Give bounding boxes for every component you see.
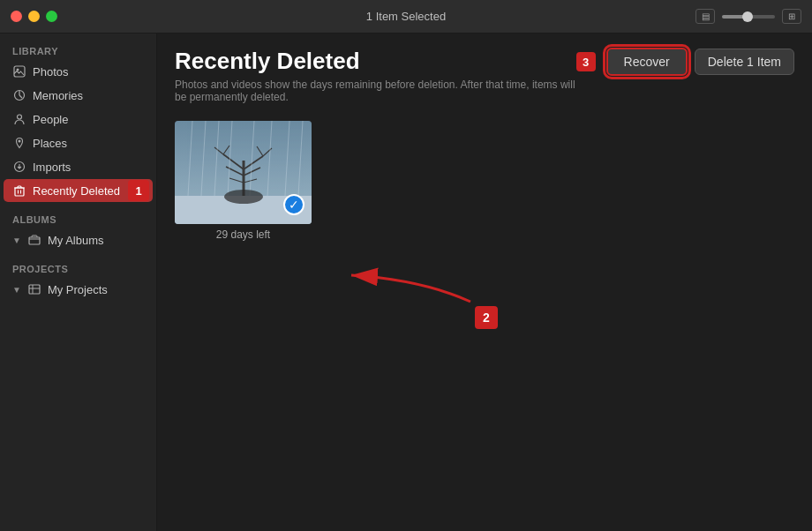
my-projects-collapse-icon: ▼	[12, 285, 21, 295]
titlebar-right-controls: ▤ ⊞	[695, 9, 801, 24]
delete-button[interactable]: Delete 1 Item	[695, 49, 794, 75]
places-icon	[12, 136, 26, 150]
page-title: Recently Deleted	[175, 48, 576, 75]
svg-point-4	[19, 140, 21, 143]
sidebar-item-my-projects[interactable]: ▼ My Projects	[4, 278, 153, 301]
my-projects-label: My Projects	[48, 283, 108, 296]
people-icon	[12, 112, 26, 126]
people-label: People	[33, 113, 68, 126]
sidebar-item-people[interactable]: People	[4, 108, 153, 131]
minimize-button[interactable]	[28, 11, 40, 22]
sidebar-item-my-albums[interactable]: ▼ My Albums	[4, 228, 153, 251]
svg-point-30	[224, 190, 263, 204]
photo-item[interactable]: ✓ 29 days left	[175, 121, 312, 241]
photo-thumbnail[interactable]: ✓	[175, 121, 312, 224]
my-albums-collapse-icon: ▼	[12, 236, 21, 245]
albums-section-header: Albums	[0, 209, 156, 228]
content-area: Recently Deleted Photos and videos show …	[157, 34, 812, 531]
main-layout: Library Photos Memories	[0, 34, 812, 531]
photos-icon	[12, 64, 26, 79]
content-header: Recently Deleted Photos and videos show …	[157, 34, 812, 112]
window-title: 1 Item Selected	[366, 10, 446, 23]
photo-days-remaining: 29 days left	[175, 228, 312, 241]
annotation-badge-3: 3	[576, 52, 596, 71]
svg-rect-7	[29, 237, 40, 244]
recover-button[interactable]: Recover	[606, 48, 688, 76]
projects-section-header: Projects	[0, 258, 156, 277]
sidebar-item-photos[interactable]: Photos	[4, 60, 153, 83]
memories-label: Memories	[33, 89, 83, 102]
sidebar-item-memories[interactable]: Memories	[4, 84, 153, 107]
sidebar: Library Photos Memories	[0, 34, 157, 531]
recently-deleted-label: Recently Deleted	[33, 184, 120, 198]
photos-label: Photos	[33, 65, 68, 79]
imports-icon	[12, 160, 26, 174]
places-label: Places	[33, 137, 67, 150]
svg-rect-8	[29, 285, 40, 294]
annotation-badge-2: 2	[475, 306, 498, 329]
window-controls[interactable]	[11, 11, 57, 22]
library-section-header: Library	[0, 41, 156, 59]
imports-label: Imports	[33, 161, 71, 174]
content-header-right: 3 Recover Delete 1 Item	[576, 48, 794, 76]
sidebar-item-imports[interactable]: Imports	[4, 155, 153, 178]
recently-deleted-icon	[12, 183, 26, 198]
close-button[interactable]	[11, 11, 22, 22]
my-projects-icon	[27, 282, 41, 296]
my-albums-icon	[27, 233, 41, 247]
svg-rect-6	[15, 188, 24, 196]
page-description: Photos and videos show the days remainin…	[175, 79, 576, 103]
titlebar: 1 Item Selected ▤ ⊞	[0, 0, 812, 34]
my-albums-label: My Albums	[48, 234, 104, 247]
content-header-left: Recently Deleted Photos and videos show …	[175, 48, 576, 103]
annotation-badge-1: 1	[128, 180, 149, 201]
sidebar-item-places[interactable]: Places	[4, 131, 153, 154]
photo-grid: ✓ 29 days left 2	[157, 112, 812, 531]
zoom-slider[interactable]	[722, 15, 775, 19]
memories-icon	[12, 88, 26, 102]
selection-checkmark[interactable]: ✓	[283, 194, 304, 215]
view-toggle-icon[interactable]: ⊞	[782, 9, 801, 24]
sidebar-toggle-icon[interactable]: ▤	[695, 9, 715, 24]
svg-point-3	[18, 115, 22, 119]
sidebar-item-recently-deleted[interactable]: Recently Deleted 1	[4, 179, 153, 202]
maximize-button[interactable]	[46, 11, 57, 22]
